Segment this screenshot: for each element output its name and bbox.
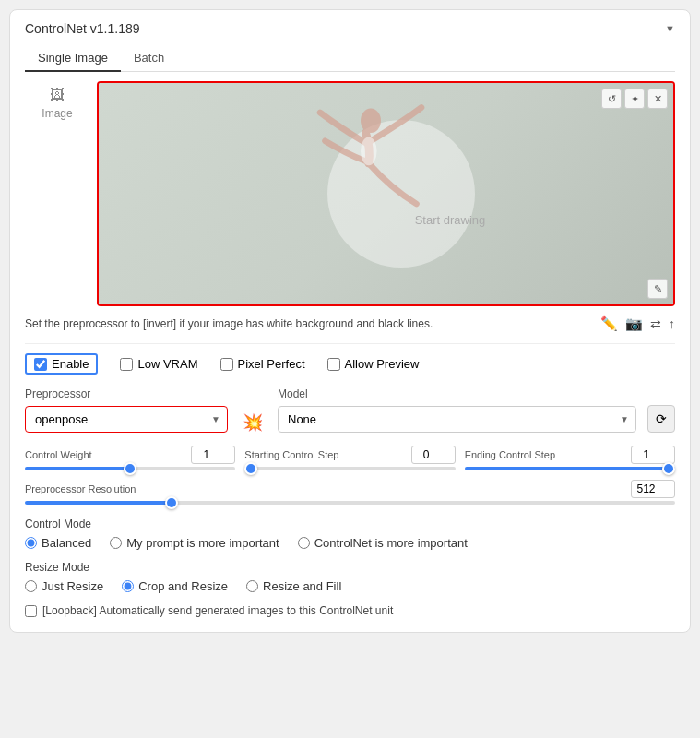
resolution-label: Preprocessor Resolution — [25, 483, 136, 494]
crop-resize-radio-wrapper[interactable]: Crop and Resize — [122, 579, 228, 593]
resize-fill-label: Resize and Fill — [263, 579, 341, 593]
ending-step-range[interactable] — [465, 467, 675, 470]
tab-single-image[interactable]: Single Image — [25, 45, 121, 72]
panel-header: ControlNet v1.1.189 ▼ — [25, 21, 675, 36]
crop-resize-radio[interactable] — [122, 580, 134, 592]
loopback-label: [Loopback] Automatically send generated … — [42, 604, 393, 617]
starting-step-input[interactable] — [411, 446, 456, 464]
close-button[interactable]: ✕ — [647, 89, 668, 109]
pencil-icon[interactable]: ✏️ — [600, 315, 618, 332]
controlnet-panel: ControlNet v1.1.189 ▼ Single Image Batch… — [9, 9, 691, 633]
image-label-text: Image — [42, 107, 72, 120]
camera-icon[interactable]: 📷 — [625, 315, 643, 332]
ballet-image: Start drawing — [99, 83, 673, 304]
resize-mode-label: Resize Mode — [25, 561, 675, 574]
prompt-important-label: My prompt is more important — [126, 536, 279, 550]
low-vram-checkbox[interactable] — [120, 358, 133, 371]
resize-mode-section: Resize Mode Just Resize Crop and Resize … — [25, 561, 675, 593]
start-drawing-text: Start drawing — [415, 213, 486, 227]
low-vram-label: Low VRAM — [137, 357, 197, 371]
allow-preview-checkbox-wrapper[interactable]: Allow Preview — [327, 357, 420, 371]
allow-preview-checkbox[interactable] — [327, 358, 340, 371]
low-vram-checkbox-wrapper[interactable]: Low VRAM — [120, 357, 197, 371]
pixel-perfect-checkbox[interactable] — [220, 358, 233, 371]
checkbox-row: Enable Low VRAM Pixel Perfect Allow Prev… — [25, 353, 675, 375]
control-weight-slider-col: Control Weight — [25, 446, 235, 470]
model-select[interactable]: None — [278, 406, 636, 433]
refresh-model-button[interactable]: ⟳ — [647, 405, 675, 433]
preprocessor-field: Preprocessor openpose none openpose_face… — [25, 387, 228, 433]
controlnet-important-radio[interactable] — [298, 537, 310, 549]
allow-preview-label: Allow Preview — [345, 357, 420, 371]
enable-checkbox[interactable] — [34, 358, 47, 371]
info-icons: ✏️ 📷 ⇄ ↑ — [600, 315, 675, 332]
ending-step-header: Ending Control Step — [465, 446, 675, 464]
preprocessor-model-row: Preprocessor openpose none openpose_face… — [25, 387, 675, 433]
ending-step-label: Ending Control Step — [465, 449, 555, 460]
control-weight-header: Control Weight — [25, 446, 235, 464]
controlnet-important-label: ControlNet is more important — [314, 536, 468, 550]
resize-fill-radio[interactable] — [246, 580, 258, 592]
tab-bar: Single Image Batch — [25, 45, 675, 72]
pixel-perfect-label: Pixel Perfect — [238, 357, 305, 371]
model-select-wrapper: None ▼ — [278, 406, 636, 433]
preprocessor-select-wrapper: openpose none openpose_face openpose_fac… — [25, 406, 228, 433]
preprocessor-resolution-row: Preprocessor Resolution — [25, 480, 675, 505]
control-weight-range[interactable] — [25, 467, 235, 470]
image-preview-container[interactable]: Start drawing ↺ ✦ ✕ ✎ — [97, 81, 675, 306]
enable-checkbox-wrapper[interactable]: Enable — [25, 353, 98, 375]
controlnet-important-radio-wrapper[interactable]: ControlNet is more important — [298, 536, 468, 550]
edit-button[interactable]: ✎ — [647, 279, 668, 299]
ending-control-step-slider-col: Ending Control Step — [465, 446, 675, 470]
three-sliders-row: Control Weight Starting Control Step End… — [25, 446, 675, 470]
control-weight-label: Control Weight — [25, 449, 92, 460]
loopback-row: [Loopback] Automatically send generated … — [25, 604, 675, 617]
upload-icon[interactable]: ↑ — [669, 316, 675, 331]
model-label: Model — [278, 387, 636, 400]
crop-resize-label: Crop and Resize — [138, 579, 228, 593]
info-text: Set the preprocessor to [invert] if your… — [25, 317, 600, 330]
resolution-header: Preprocessor Resolution — [25, 480, 675, 498]
just-resize-radio[interactable] — [25, 580, 37, 592]
resolution-input[interactable] — [631, 480, 675, 498]
enable-label: Enable — [52, 357, 89, 371]
info-bar: Set the preprocessor to [invert] if your… — [25, 315, 675, 332]
image-area: 🖼 Image — [25, 81, 675, 306]
undo-button[interactable]: ↺ — [601, 89, 622, 109]
pixel-perfect-checkbox-wrapper[interactable]: Pixel Perfect — [220, 357, 305, 371]
just-resize-label: Just Resize — [42, 579, 103, 593]
control-weight-input[interactable] — [191, 446, 235, 464]
panel-dropdown-icon[interactable]: ▼ — [665, 23, 675, 34]
resize-mode-radio-row: Just Resize Crop and Resize Resize and F… — [25, 579, 675, 593]
control-mode-label: Control Mode — [25, 518, 675, 530]
image-upload-label[interactable]: 🖼 Image — [25, 81, 89, 306]
prompt-important-radio[interactable] — [110, 537, 122, 549]
prompt-important-radio-wrapper[interactable]: My prompt is more important — [110, 536, 279, 550]
tab-batch[interactable]: Batch — [121, 45, 177, 72]
clear-button[interactable]: ✦ — [624, 89, 645, 109]
preprocessor-select[interactable]: openpose none openpose_face openpose_fac… — [25, 406, 228, 433]
starting-control-step-slider-col: Starting Control Step — [244, 446, 455, 470]
swap-icon[interactable]: ⇄ — [650, 316, 661, 331]
balanced-radio-wrapper[interactable]: Balanced — [25, 536, 91, 550]
balanced-label: Balanced — [42, 536, 91, 550]
balanced-radio[interactable] — [25, 537, 37, 549]
loopback-checkbox[interactable] — [25, 605, 37, 617]
control-mode-section: Control Mode Balanced My prompt is more … — [25, 518, 675, 550]
dancer-figure — [259, 92, 462, 295]
image-action-buttons: ↺ ✦ ✕ — [601, 89, 668, 109]
starting-step-range[interactable] — [244, 467, 455, 470]
preprocessor-label: Preprocessor — [25, 387, 228, 400]
ending-step-input[interactable] — [631, 446, 675, 464]
model-field: Model None ▼ — [278, 387, 636, 433]
resize-fill-radio-wrapper[interactable]: Resize and Fill — [246, 579, 341, 593]
fire-button[interactable]: 💥 — [239, 412, 267, 433]
control-mode-radio-row: Balanced My prompt is more important Con… — [25, 536, 675, 550]
resolution-range[interactable] — [25, 501, 675, 505]
just-resize-radio-wrapper[interactable]: Just Resize — [25, 579, 103, 593]
starting-step-label: Starting Control Step — [244, 449, 338, 460]
svg-point-0 — [361, 109, 381, 133]
starting-step-header: Starting Control Step — [244, 446, 455, 464]
svg-point-1 — [361, 137, 377, 165]
image-icon: 🖼 — [50, 87, 65, 103]
